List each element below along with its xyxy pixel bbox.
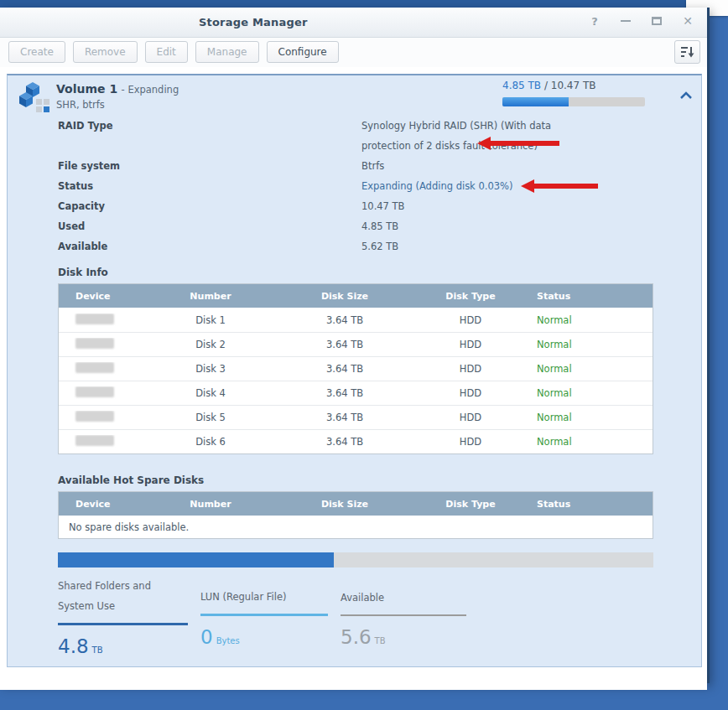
disk-size: 3.64 TB [270,363,419,375]
table-row[interactable]: Disk 43.64 TBHDDNormal [59,381,653,405]
disk-table-body: Disk 13.64 TBHDDNormalDisk 23.64 TBHDDNo… [59,308,653,453]
help-icon[interactable]: ? [589,15,601,27]
column-header-disk-type[interactable]: Disk Type [419,499,522,510]
legend-unit: TB [375,636,386,645]
sort-button[interactable] [674,40,700,64]
detail-row: RAID TypeSynology Hybrid RAID (SHR) (Wit… [8,116,701,156]
toolbar: Create Remove Edit Manage Configure [0,38,707,67]
redacted-device-name [75,411,114,422]
detail-label: Status [58,176,361,196]
usage-bar [58,552,653,567]
detail-label: Capacity [58,196,361,216]
maximize-icon[interactable] [651,15,663,27]
detail-row: StatusExpanding (Adding disk 0.03%) [8,176,701,196]
close-icon[interactable]: ✕ [682,15,694,27]
detail-value: Synology Hybrid RAID (SHR) (With data pr… [361,116,575,156]
minimize-icon[interactable] [620,15,632,27]
disk-size: 3.64 TB [270,339,419,350]
volume-state: - Expanding [122,84,179,96]
detail-row: File systemBtrfs [8,156,701,176]
volume-details: RAID TypeSynology Hybrid RAID (SHR) (Wit… [8,116,701,257]
redacted-device-name [75,338,114,349]
device-cell [59,338,151,351]
column-header-number[interactable]: Number [151,291,270,302]
volume-header[interactable]: Volume 1 - Expanding SHR, btrfs 4.85 TB … [8,75,701,112]
remove-button[interactable]: Remove [73,41,138,63]
capacity-bar [502,97,645,106]
detail-row: Available5.62 TB [8,236,701,257]
detail-row: Used4.85 TB [8,216,701,236]
edit-button[interactable]: Edit [145,41,188,63]
column-header-status[interactable]: Status [522,499,654,510]
configure-button[interactable]: Configure [267,41,339,63]
column-header-disk-type[interactable]: Disk Type [419,291,522,302]
table-row[interactable]: Disk 23.64 TBHDDNormal [59,332,653,356]
capacity-separator: / [541,80,551,91]
device-cell [59,362,151,376]
table-row[interactable]: Disk 53.64 TBHDDNormal [59,405,653,429]
capacity-summary: 4.85 TB / 10.47 TB [502,80,645,106]
redacted-device-name [75,362,114,373]
legend-unit: TB [92,645,103,655]
titlebar[interactable]: Storage Manager ? ✕ [0,8,707,38]
legend-shared-folders: Shared Folders and System Use 4.8TB [58,576,188,657]
detail-row: Capacity10.47 TB [8,196,701,216]
detail-label: File system [58,156,361,176]
column-header-disk-size[interactable]: Disk Size [270,499,419,510]
disk-number: Disk 4 [151,387,270,399]
redacted-device-name [75,435,114,446]
usage-legend: Shared Folders and System Use 4.8TB LUN … [8,576,701,657]
disk-status: Normal [522,363,654,375]
volume-name: Volume 1 [56,82,117,96]
disk-number: Disk 3 [151,363,270,375]
column-header-number[interactable]: Number [151,499,270,510]
hot-spare-table-header: DeviceNumberDisk SizeDisk TypeStatus [59,492,653,516]
disk-table-header: DeviceNumberDisk SizeDisk TypeStatus [59,284,653,308]
legend-available: Available 5.6TB [341,576,466,657]
device-cell [59,314,151,327]
legend-label: LUN (Regular File) [200,587,287,607]
disk-type: HDD [419,339,522,350]
disk-status: Normal [522,436,654,448]
column-header-status[interactable]: Status [522,291,654,302]
manage-button[interactable]: Manage [195,41,259,63]
redacted-device-name [75,314,114,324]
column-header-disk-size[interactable]: Disk Size [270,291,419,302]
disk-size: 3.64 TB [270,412,419,423]
content-area: Volume 1 - Expanding SHR, btrfs 4.85 TB … [0,74,707,690]
hot-spare-table: DeviceNumberDisk SizeDisk TypeStatus No … [58,491,653,539]
detail-label: Used [58,216,361,236]
disk-info-title: Disk Info [58,267,701,278]
sort-collapse-icon [680,45,694,59]
disk-type: HDD [419,412,522,423]
collapse-chevron-icon[interactable] [679,87,693,103]
create-button[interactable]: Create [8,41,65,63]
capacity-total: 10.47 TB [551,80,596,91]
disk-number: Disk 1 [151,314,270,326]
hot-spare-title: Available Hot Spare Disks [58,474,701,486]
legend-label: Shared Folders and System Use [58,576,171,616]
legend-value: 4.8 [58,635,89,657]
detail-value: Btrfs [361,156,384,176]
disk-type: HDD [419,436,522,448]
legend-unit: Bytes [216,636,240,645]
disk-type: HDD [419,314,522,326]
window-controls: ? ✕ [589,15,694,27]
table-row[interactable]: Disk 33.64 TBHDDNormal [59,356,653,381]
capacity-used: 4.85 TB [502,80,541,91]
legend-value: 0 [200,626,213,648]
storage-manager-window: Storage Manager ? ✕ Create Remove Edit M… [0,8,710,683]
device-cell [59,435,151,448]
volume-icon [18,80,52,117]
disk-status: Normal [522,412,654,423]
device-cell [59,386,151,400]
disk-status: Normal [522,314,654,326]
column-header-device[interactable]: Device [59,499,151,510]
disk-number: Disk 6 [151,436,270,448]
detail-value: 4.85 TB [361,216,398,236]
table-row[interactable]: Disk 63.64 TBHDDNormal [59,429,653,453]
detail-label: RAID Type [58,116,361,156]
column-header-device[interactable]: Device [59,291,151,302]
detail-value: 10.47 TB [361,196,405,216]
table-row[interactable]: Disk 13.64 TBHDDNormal [59,308,653,332]
